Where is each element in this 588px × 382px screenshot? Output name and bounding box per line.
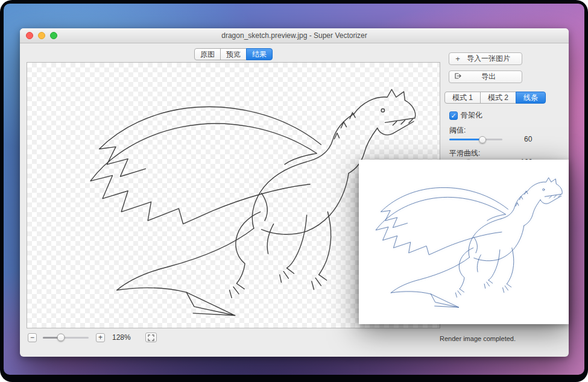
threshold-label: 阈值: [449,125,466,136]
fit-screen-icon [148,334,154,341]
export-icon [449,72,466,81]
render-status-text: Render image completed. [440,335,516,342]
mode-tabs: 模式 1 模式 2 线条 [444,92,546,104]
zoom-out-button[interactable]: − [28,333,37,342]
mode-1-segment[interactable]: 模式 1 [444,92,481,104]
threshold-slider-fill [449,139,482,140]
mode-2-segment[interactable]: 模式 2 [480,92,516,104]
export-button[interactable]: 导出 [449,70,522,83]
zoom-slider[interactable] [43,337,89,339]
zoom-in-button[interactable]: + [96,333,105,342]
import-image-button[interactable]: + 导入一张图片 [449,52,522,65]
plus-icon: + [98,333,103,342]
original-sketch-preview [359,160,569,324]
view-tabs: 原图 预览 结果 [194,48,273,60]
import-button-label: 导入一张图片 [466,54,522,64]
threshold-value: 60 [524,135,532,143]
plus-icon: + [449,54,466,63]
zoom-slider-thumb[interactable] [57,334,65,342]
skeletonize-option: ✓ 骨架化 [449,110,482,121]
original-dragon-sketch [362,164,565,322]
tab-preview[interactable]: 预览 [220,48,247,60]
skeletonize-checkbox[interactable]: ✓ [449,111,458,120]
threshold-slider[interactable] [449,139,502,140]
window-title: dragon_sketch.preview.jpg - Super Vector… [20,28,569,43]
zoom-level: 128% [112,333,131,342]
tab-original[interactable]: 原图 [194,48,221,60]
fit-to-screen-button[interactable] [145,333,157,342]
zoom-controls: − + 128% [28,333,157,342]
smooth-curve-label: 平滑曲线: [449,148,480,158]
threshold-slider-thumb[interactable] [479,136,486,143]
minus-icon: − [30,333,34,342]
check-icon: ✓ [450,112,456,119]
export-button-label: 导出 [466,72,522,82]
skeletonize-label: 骨架化 [461,110,482,121]
tab-result[interactable]: 结果 [246,48,273,60]
title-bar: dragon_sketch.preview.jpg - Super Vector… [20,28,569,43]
status-bar: − + 128% Render image completed. [20,328,569,357]
lines-segment[interactable]: 线条 [516,92,546,104]
